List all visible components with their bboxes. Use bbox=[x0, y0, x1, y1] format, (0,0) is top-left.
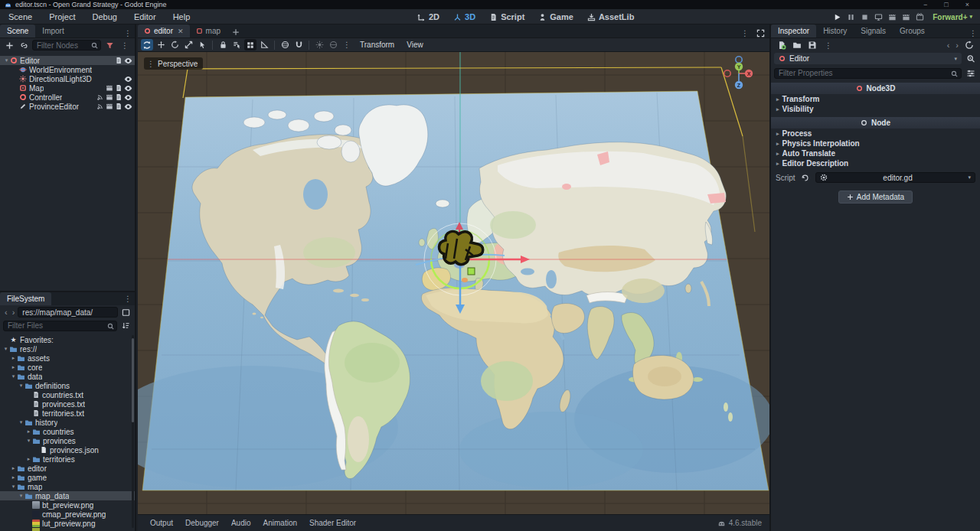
visibility-badge-icon[interactable] bbox=[124, 103, 132, 111]
inspector-forward-icon[interactable]: › bbox=[954, 41, 960, 50]
lock-tool-icon[interactable] bbox=[217, 39, 229, 50]
tab-history[interactable]: History bbox=[816, 24, 854, 37]
script-badge-icon[interactable] bbox=[115, 57, 122, 65]
history-forward-icon[interactable]: › bbox=[11, 308, 17, 317]
close-tab-icon[interactable]: ✕ bbox=[178, 28, 184, 35]
viewport-menu-icon[interactable]: ⋮ bbox=[147, 60, 155, 68]
scene-tree-row-editor[interactable]: ▾Editor bbox=[0, 56, 135, 65]
fs-row-assets[interactable]: ▸assets bbox=[0, 353, 135, 363]
tree-toggle-icon[interactable]: ▸ bbox=[25, 428, 32, 435]
stop-button[interactable] bbox=[859, 11, 871, 23]
scale-tool-icon[interactable] bbox=[182, 39, 194, 50]
tab-scene[interactable]: Scene bbox=[0, 24, 35, 37]
fs-row-provinces.json[interactable]: provinces.json bbox=[0, 445, 135, 454]
sun-preview-tool-icon[interactable] bbox=[313, 39, 325, 50]
menu-view[interactable]: View bbox=[401, 41, 429, 49]
maximize-button[interactable]: □ bbox=[944, 1, 948, 8]
scene-tree-row-directionallight3d[interactable]: DirectionalLight3D bbox=[0, 74, 135, 83]
revert-script-icon[interactable] bbox=[799, 172, 812, 184]
signal-badge-icon[interactable] bbox=[96, 103, 104, 111]
close-button[interactable]: × bbox=[965, 1, 969, 8]
scene-tab-map[interactable]: map bbox=[190, 24, 227, 37]
rotate-tool-icon[interactable] bbox=[168, 39, 181, 50]
remote-debug-button[interactable] bbox=[873, 11, 884, 23]
property-filter-options-icon[interactable] bbox=[965, 67, 977, 79]
scene-badge-icon[interactable] bbox=[106, 93, 113, 102]
renderer-selector[interactable]: Forward+▾ bbox=[928, 13, 977, 21]
script-badge-icon[interactable] bbox=[115, 103, 122, 111]
menu-scene[interactable]: Scene bbox=[0, 9, 41, 24]
scene-tree-row-map[interactable]: Map bbox=[0, 83, 135, 93]
tree-toggle-icon[interactable]: ▾ bbox=[2, 346, 9, 352]
section-visibility[interactable]: ▸Visibility bbox=[771, 104, 980, 114]
expand-viewport-icon[interactable] bbox=[756, 29, 765, 37]
tree-toggle-icon[interactable]: ▾ bbox=[18, 419, 24, 425]
menu-editor[interactable]: Editor bbox=[126, 9, 165, 24]
workspace-game[interactable]: Game bbox=[533, 9, 579, 24]
expand-section-icon[interactable]: ▸ bbox=[776, 141, 779, 147]
expand-section-icon[interactable]: ▸ bbox=[776, 131, 779, 137]
extra-options-tool-icon[interactable]: ⋮ bbox=[341, 39, 353, 50]
visibility-badge-icon[interactable] bbox=[124, 93, 132, 102]
inspector-history-icon[interactable] bbox=[963, 40, 975, 51]
tree-toggle-icon[interactable]: ▾ bbox=[25, 438, 32, 444]
tab-signals[interactable]: Signals bbox=[854, 24, 893, 37]
fs-row-editor[interactable]: ▸editor bbox=[0, 464, 135, 473]
fs-row-countries[interactable]: ▸countries bbox=[0, 427, 135, 436]
filesystem-scrollbar[interactable] bbox=[132, 335, 134, 528]
scene-dock-menu-icon[interactable]: ⋮ bbox=[121, 29, 135, 37]
bottom-panel-shader-editor[interactable]: Shader Editor bbox=[303, 519, 362, 527]
scene-tree-row-provinceeditor[interactable]: ProvinceEditor bbox=[0, 102, 135, 111]
play-button[interactable] bbox=[831, 11, 843, 23]
tree-toggle-icon[interactable]: ▸ bbox=[25, 456, 32, 462]
tree-toggle-icon[interactable]: ▾ bbox=[18, 383, 24, 389]
tab-inspector[interactable]: Inspector bbox=[771, 24, 816, 37]
filesystem-filter-input[interactable] bbox=[3, 321, 117, 331]
menu-debug[interactable]: Debug bbox=[83, 9, 125, 24]
workspace-assetlib[interactable]: AssetLib bbox=[582, 9, 639, 24]
section-auto-translate[interactable]: ▸Auto Translate bbox=[771, 148, 980, 158]
tree-toggle-icon[interactable]: ▸ bbox=[10, 364, 17, 370]
perspective-menu[interactable]: ⋮ Perspective bbox=[144, 57, 203, 70]
play-scene-button[interactable] bbox=[887, 11, 898, 23]
fs-row-res---[interactable]: ▾res:// bbox=[0, 344, 135, 353]
list-select-tool-icon[interactable] bbox=[196, 39, 208, 50]
group-tool-icon[interactable] bbox=[230, 39, 243, 50]
visibility-badge-icon[interactable] bbox=[124, 57, 132, 65]
menu-help[interactable]: Help bbox=[165, 9, 199, 24]
fs-row-definitions[interactable]: ▾definitions bbox=[0, 381, 135, 390]
load-resource-icon[interactable] bbox=[791, 40, 803, 51]
tab-groups[interactable]: Groups bbox=[893, 24, 932, 37]
fs-row-provinces[interactable]: ▾provinces bbox=[0, 436, 135, 445]
movie-maker-button[interactable] bbox=[914, 11, 926, 23]
workspace-3d[interactable]: 3D bbox=[448, 9, 481, 24]
axis-navigation-gizmo[interactable]: Y X Z bbox=[722, 54, 756, 91]
scene-tree-menu-icon[interactable]: ⋮ bbox=[118, 41, 132, 50]
fs-row-lut-preview.png[interactable]: lut_preview.png bbox=[0, 519, 135, 528]
expand-section-icon[interactable]: ▸ bbox=[776, 151, 779, 157]
add-node-button[interactable] bbox=[3, 40, 15, 51]
bottom-panel-debugger[interactable]: Debugger bbox=[179, 519, 225, 527]
fs-row-favorites-[interactable]: ★Favorites: bbox=[0, 335, 135, 344]
select-tool-icon[interactable] bbox=[141, 39, 153, 50]
inspector-tabs-menu-icon[interactable]: ⋮ bbox=[966, 29, 980, 37]
fs-row-territories[interactable]: ▸territories bbox=[0, 454, 135, 464]
bottom-panel-output[interactable]: Output bbox=[144, 519, 179, 527]
scene-badge-icon[interactable] bbox=[106, 84, 113, 93]
add-scene-tab-button[interactable] bbox=[230, 26, 242, 37]
tree-toggle-icon[interactable]: ▾ bbox=[18, 493, 24, 499]
inspector-node-selector[interactable]: Editor ▾ bbox=[774, 53, 962, 64]
tree-toggle-icon[interactable]: ▸ bbox=[10, 355, 17, 361]
bottom-panel-audio[interactable]: Audio bbox=[225, 519, 257, 527]
script-value[interactable]: editor.gd ▾ bbox=[815, 172, 975, 183]
tree-toggle-icon[interactable]: ▸ bbox=[10, 465, 17, 471]
environment-preview-tool-icon[interactable] bbox=[327, 39, 339, 50]
signal-badge-icon[interactable] bbox=[96, 93, 104, 102]
expand-section-icon[interactable]: ▸ bbox=[776, 96, 779, 103]
visibility-badge-icon[interactable] bbox=[124, 84, 132, 93]
play-custom-scene-button[interactable] bbox=[900, 11, 912, 23]
fs-row-territories.txt[interactable]: territories.txt bbox=[0, 409, 135, 418]
scene-badge-icon[interactable] bbox=[106, 103, 113, 111]
fs-row-map[interactable]: ▾map bbox=[0, 482, 135, 491]
move-tool-icon[interactable] bbox=[155, 39, 167, 50]
